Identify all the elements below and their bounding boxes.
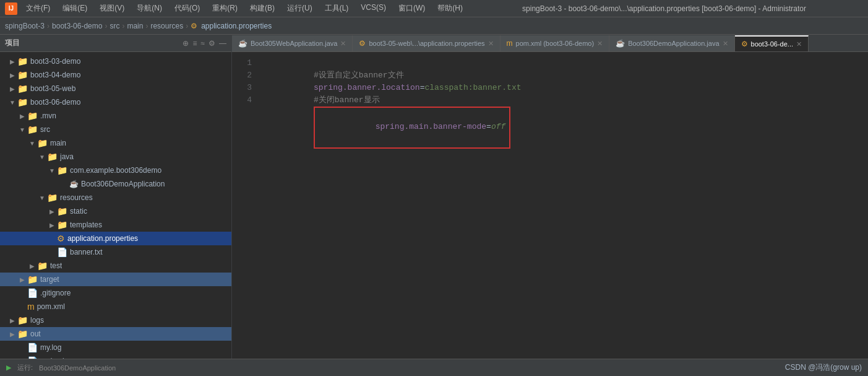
tree-item-out[interactable]: ▶ 📁 out xyxy=(0,327,231,341)
tree-item-mvn[interactable]: ▶ 📁 .mvn xyxy=(0,109,231,123)
tree-item-boot304[interactable]: ▶ 📁 boot3-04-demo xyxy=(0,68,231,82)
tab-label-boot306app: Boot306DemoApplication.java xyxy=(628,40,719,47)
tree-label-java: java xyxy=(60,152,74,161)
menu-run[interactable]: 运行(U) xyxy=(285,2,315,15)
arrow-templates: ▶ xyxy=(47,222,57,229)
springlog-file-icon: 📄 xyxy=(27,356,38,359)
tab-boot306app[interactable]: ☕ Boot306DemoApplication.java ✕ xyxy=(609,35,734,51)
sep2: › xyxy=(105,22,107,30)
sidebar-toolbar[interactable]: ⊕ ≡ ≈ ⚙ — xyxy=(183,39,226,48)
tree-item-templates[interactable]: ▶ 📁 templates xyxy=(0,218,231,232)
menu-build[interactable]: 构建(B) xyxy=(247,2,277,15)
line-num-1: 1 xyxy=(232,57,252,69)
settings-icon[interactable]: ⚙ xyxy=(208,39,215,48)
sidebar: 项目 ⊕ ≡ ≈ ⚙ — ▶ 📁 boot3-03-demo ▶ 📁 xyxy=(0,35,232,359)
breadcrumb: spingBoot-3 › boot3-06-demo › src › main… xyxy=(5,22,272,30)
tree-item-boot305[interactable]: ▶ 📁 boot3-05-web xyxy=(0,82,231,95)
file-tree[interactable]: ▶ 📁 boot3-03-demo ▶ 📁 boot3-04-demo ▶ 📁 … xyxy=(0,52,231,359)
arrow-boot306: ▼ xyxy=(7,99,17,106)
minimize-icon[interactable]: — xyxy=(219,39,226,48)
menu-help[interactable]: 帮助(H) xyxy=(435,2,465,15)
key-4: spring.main.banner-mode xyxy=(376,122,486,131)
folder-icon: 📁 xyxy=(27,125,38,134)
tree-label-mylog: my.log xyxy=(40,343,61,352)
tab-close-boot306app[interactable]: ✕ xyxy=(723,40,728,48)
folder-icon: 📁 xyxy=(17,84,28,94)
tree-item-springlog[interactable]: 📄 spring.log xyxy=(0,354,231,359)
tab-close-boot305webapp[interactable]: ✕ xyxy=(340,40,346,48)
menu-bar[interactable]: 文件(F) 编辑(E) 视图(V) 导航(N) 代码(O) 重构(R) 构建(B… xyxy=(24,2,465,15)
tab-boot306props[interactable]: ⚙ boot3-06-de... ✕ xyxy=(735,35,809,51)
menu-tools[interactable]: 工具(L) xyxy=(322,2,351,15)
code-editor[interactable]: #设置自定义banner文件 spring.banner.location=cl… xyxy=(256,52,868,359)
sep1: › xyxy=(47,22,49,30)
editor-content[interactable]: 1 2 3 4 #设置自定义banner文件 spring.banner.loc… xyxy=(232,52,868,359)
arrow-test: ▶ xyxy=(27,263,37,269)
editor-tabs[interactable]: ☕ Boot305WebApplication.java ✕ ⚙ boot3-0… xyxy=(232,35,868,52)
list-icon[interactable]: ≡ xyxy=(192,39,197,48)
tree-item-main[interactable]: ▼ 📁 main xyxy=(0,136,231,150)
menu-file[interactable]: 文件(F) xyxy=(24,2,53,15)
templates-folder-icon: 📁 xyxy=(57,220,67,230)
menu-edit[interactable]: 编辑(E) xyxy=(60,2,90,15)
java-folder-icon: 📁 xyxy=(47,152,58,162)
tree-item-gitignore[interactable]: 📄 .gitignore xyxy=(0,286,231,300)
menu-vcs[interactable]: VCS(S) xyxy=(358,2,389,15)
tree-label-out: out xyxy=(30,330,41,338)
window-title: spingBoot-3 - boot3-06-demo\...\applicat… xyxy=(465,4,863,13)
breadcrumb-part-2[interactable]: boot3-06-demo xyxy=(52,22,102,30)
tree-item-comexample[interactable]: ▼ 📁 com.example.boot306demo xyxy=(0,164,231,177)
arrow-boot304: ▶ xyxy=(7,72,17,79)
add-icon[interactable]: ⊕ xyxy=(183,39,189,48)
arrow-boot303: ▶ xyxy=(7,58,17,65)
tree-item-src[interactable]: ▼ 📁 src xyxy=(0,123,231,136)
arrow-mvn: ▶ xyxy=(17,113,27,120)
collapse-icon[interactable]: ≈ xyxy=(200,39,205,48)
menu-refactor[interactable]: 重构(R) xyxy=(210,2,240,15)
breadcrumb-part-5[interactable]: resources xyxy=(150,22,183,30)
folder-icon: 📁 xyxy=(17,56,28,66)
tree-label-pomxml: pom.xml xyxy=(37,302,65,311)
tab-close-pomxml[interactable]: ✕ xyxy=(597,40,603,48)
tab-close-boot306props[interactable]: ✕ xyxy=(796,40,802,48)
menu-navigate[interactable]: 导航(N) xyxy=(134,2,165,15)
menu-window[interactable]: 窗口(W) xyxy=(396,2,428,15)
tab-boot305props[interactable]: ⚙ boot3-05-web\...\application.propertie… xyxy=(353,35,500,51)
comment-1: #设置自定义banner文件 xyxy=(314,71,404,80)
tree-item-target[interactable]: ▶ 📁 target xyxy=(0,273,231,286)
tab-pomxml[interactable]: m pom.xml (boot3-06-demo) ✕ xyxy=(501,35,610,51)
tab-close-boot305props[interactable]: ✕ xyxy=(488,40,494,48)
tree-item-resources[interactable]: ▼ 📁 resources xyxy=(0,191,231,204)
breadcrumb-bar: spingBoot-3 › boot3-06-demo › src › main… xyxy=(0,17,868,35)
breadcrumb-part-4[interactable]: main xyxy=(127,22,143,30)
tree-item-test[interactable]: ▶ 📁 test xyxy=(0,259,231,273)
arrow-java: ▼ xyxy=(37,154,47,160)
menu-code[interactable]: 代码(O) xyxy=(172,2,202,15)
value-2: classpath:banner.txt xyxy=(424,83,521,92)
line-num-2: 2 xyxy=(232,69,252,82)
tree-item-boot306[interactable]: ▼ 📁 boot3-06-demo xyxy=(0,95,231,109)
tree-item-boot303[interactable]: ▶ 📁 boot3-03-demo xyxy=(0,55,231,68)
tree-label-boot304: boot3-04-demo xyxy=(30,71,80,79)
tree-item-logs[interactable]: ▶ 📁 logs xyxy=(0,313,231,327)
tree-item-static[interactable]: ▶ 📁 static xyxy=(0,204,231,218)
tree-item-java[interactable]: ▼ 📁 java xyxy=(0,150,231,164)
breadcrumb-part-3[interactable]: src xyxy=(110,22,119,30)
tree-item-pomxml[interactable]: m pom.xml xyxy=(0,300,231,313)
sep3: › xyxy=(122,22,124,30)
tab-boot305webapp[interactable]: ☕ Boot305WebApplication.java ✕ xyxy=(232,35,353,51)
tree-item-boot306app[interactable]: ☕ Boot306DemoApplication xyxy=(0,177,231,191)
breadcrumb-current-file: application.properties xyxy=(201,22,272,30)
tree-item-appprops[interactable]: ⚙ application.properties xyxy=(0,232,231,245)
menu-view[interactable]: 视图(V) xyxy=(97,2,127,15)
breadcrumb-part-1[interactable]: spingBoot-3 xyxy=(5,22,45,30)
tree-label-static: static xyxy=(70,207,87,216)
properties-file-icon: ⚙ xyxy=(57,234,65,243)
comment-3: #关闭banner显示 xyxy=(314,95,380,105)
tab-label-pomxml: pom.xml (boot3-06-demo) xyxy=(516,40,595,47)
tree-item-bannertxt[interactable]: 📄 banner.txt xyxy=(0,245,231,259)
title-bar: IJ 文件(F) 编辑(E) 视图(V) 导航(N) 代码(O) 重构(R) 构… xyxy=(0,0,868,17)
tree-label-templates: templates xyxy=(70,221,102,229)
tree-item-mylog[interactable]: 📄 my.log xyxy=(0,341,231,354)
line-num-3: 3 xyxy=(232,82,252,94)
